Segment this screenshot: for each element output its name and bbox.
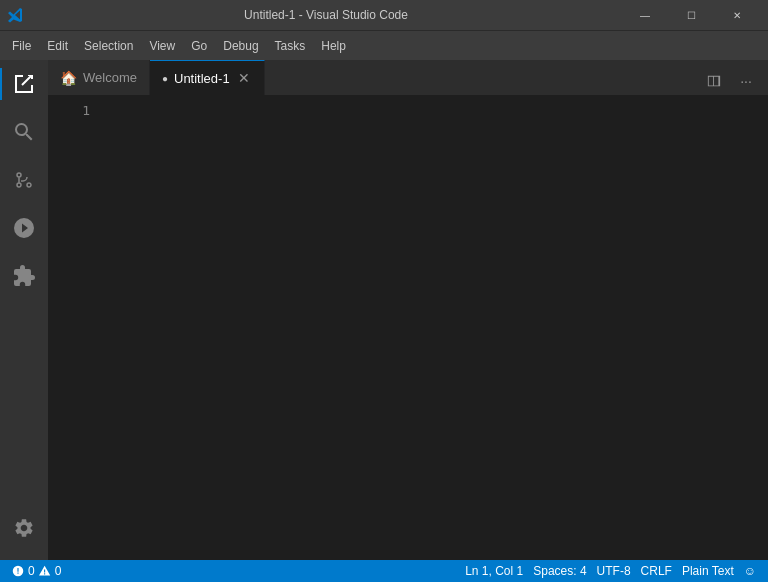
activity-bar-bottom xyxy=(0,504,48,560)
tab-welcome-label: Welcome xyxy=(83,70,137,85)
editor-area: 🏠 Welcome ● Untitled-1 ✕ ··· xyxy=(48,60,768,560)
tab-welcome[interactable]: 🏠 Welcome xyxy=(48,60,150,95)
untitled-tab-icon: ● xyxy=(162,73,168,84)
menu-item-help[interactable]: Help xyxy=(313,35,354,57)
language-label: Plain Text xyxy=(682,564,734,578)
spaces-item[interactable]: Spaces: 4 xyxy=(529,560,590,582)
tabs-bar: 🏠 Welcome ● Untitled-1 ✕ ··· xyxy=(48,60,768,95)
window-controls: — ☐ ✕ xyxy=(622,0,760,30)
tab-untitled1[interactable]: ● Untitled-1 ✕ xyxy=(150,60,265,95)
warning-icon xyxy=(39,565,51,577)
welcome-tab-icon: 🏠 xyxy=(60,70,77,86)
title-bar: Untitled-1 - Visual Studio Code — ☐ ✕ xyxy=(0,0,768,30)
encoding-label: UTF-8 xyxy=(597,564,631,578)
warning-count: 0 xyxy=(55,564,62,578)
activity-bar xyxy=(0,60,48,560)
tab-close-button[interactable]: ✕ xyxy=(236,69,252,87)
error-count: 0 xyxy=(28,564,35,578)
split-editor-button[interactable] xyxy=(700,67,728,95)
line-numbers: 1 xyxy=(48,95,98,560)
menu-item-debug[interactable]: Debug xyxy=(215,35,266,57)
editor-content[interactable]: 1 xyxy=(48,95,768,560)
line-ending-item[interactable]: CRLF xyxy=(637,560,676,582)
menu-item-edit[interactable]: Edit xyxy=(39,35,76,57)
line-number-1: 1 xyxy=(48,101,90,120)
menu-item-file[interactable]: File xyxy=(4,35,39,57)
extensions-icon[interactable] xyxy=(0,252,48,300)
title-text: Untitled-1 - Visual Studio Code xyxy=(30,8,622,22)
errors-warnings-item[interactable]: 0 0 xyxy=(8,560,65,582)
line-ending-label: CRLF xyxy=(641,564,672,578)
cursor-position: Ln 1, Col 1 xyxy=(465,564,523,578)
status-left: 0 0 xyxy=(8,560,65,582)
cursor-position-item[interactable]: Ln 1, Col 1 xyxy=(461,560,527,582)
status-bar: 0 0 Ln 1, Col 1 Spaces: 4 UTF-8 CRLF Pla… xyxy=(0,560,768,582)
status-right: Ln 1, Col 1 Spaces: 4 UTF-8 CRLF Plain T… xyxy=(461,560,760,582)
tab-untitled1-label: Untitled-1 xyxy=(174,71,230,86)
error-icon xyxy=(12,565,24,577)
maximize-button[interactable]: ☐ xyxy=(668,0,714,30)
editor-text-area[interactable] xyxy=(98,95,768,560)
menu-item-go[interactable]: Go xyxy=(183,35,215,57)
more-actions-button[interactable]: ··· xyxy=(732,67,760,95)
feedback-item[interactable]: ☺ xyxy=(740,560,760,582)
source-control-icon[interactable] xyxy=(0,156,48,204)
menu-bar: FileEditSelectionViewGoDebugTasksHelp xyxy=(0,30,768,60)
debug-run-icon[interactable] xyxy=(0,204,48,252)
settings-icon[interactable] xyxy=(0,504,48,552)
more-actions-icon: ··· xyxy=(740,73,752,89)
menu-item-view[interactable]: View xyxy=(141,35,183,57)
feedback-icon: ☺ xyxy=(744,564,756,578)
search-icon[interactable] xyxy=(0,108,48,156)
main-area: 🏠 Welcome ● Untitled-1 ✕ ··· xyxy=(0,60,768,560)
encoding-item[interactable]: UTF-8 xyxy=(593,560,635,582)
vscode-logo-icon xyxy=(8,7,24,23)
menu-item-selection[interactable]: Selection xyxy=(76,35,141,57)
menu-item-tasks[interactable]: Tasks xyxy=(267,35,314,57)
tabs-actions: ··· xyxy=(700,67,768,95)
spaces-label: Spaces: 4 xyxy=(533,564,586,578)
language-item[interactable]: Plain Text xyxy=(678,560,738,582)
minimize-button[interactable]: — xyxy=(622,0,668,30)
close-button[interactable]: ✕ xyxy=(714,0,760,30)
explorer-icon[interactable] xyxy=(0,60,48,108)
